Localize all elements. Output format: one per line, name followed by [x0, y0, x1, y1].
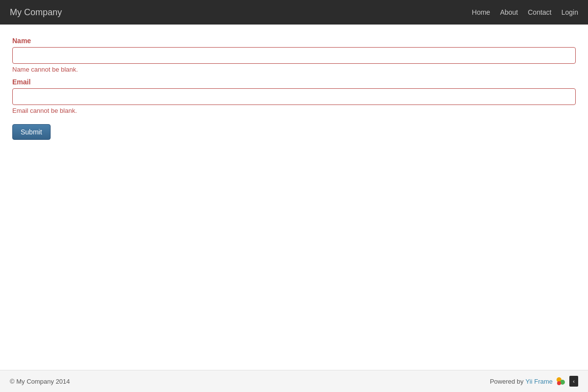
yii-link[interactable]: Yii Frame [526, 378, 553, 385]
email-error: Email cannot be blank. [12, 107, 576, 114]
name-error: Name cannot be blank. [12, 66, 576, 73]
footer: © My Company 2014 Powered by Yii Frame ‹ [0, 370, 588, 392]
nav-item-login: Login [561, 8, 578, 16]
nav-item-about: About [500, 8, 518, 16]
name-label: Name [12, 37, 576, 45]
email-input[interactable] [12, 88, 576, 105]
powered-by-text: Powered by [490, 378, 524, 385]
navbar-brand[interactable]: My Company [10, 7, 62, 18]
email-label: Email [12, 78, 576, 86]
main-content: Name Name cannot be blank. Email Email c… [0, 25, 588, 370]
submit-button[interactable]: Submit [12, 124, 51, 140]
nav-link-login[interactable]: Login [561, 8, 578, 16]
svg-point-2 [557, 381, 561, 385]
nav-link-about[interactable]: About [500, 8, 518, 16]
name-input[interactable] [12, 47, 576, 64]
navbar-nav: Home About Contact Login [472, 8, 578, 16]
footer-powered-by: Powered by Yii Frame ‹ [490, 376, 578, 387]
contact-form: Name Name cannot be blank. Email Email c… [12, 37, 576, 140]
email-field-group: Email Email cannot be blank. [12, 78, 576, 114]
name-field-group: Name Name cannot be blank. [12, 37, 576, 73]
scroll-arrow-icon[interactable]: ‹ [569, 376, 578, 387]
nav-link-home[interactable]: Home [472, 8, 490, 16]
navbar: My Company Home About Contact Login [0, 0, 588, 25]
nav-item-home: Home [472, 8, 490, 16]
yii-logo-icon [556, 376, 566, 387]
nav-item-contact: Contact [528, 8, 551, 16]
footer-copyright: © My Company 2014 [10, 378, 70, 385]
nav-link-contact[interactable]: Contact [528, 8, 551, 16]
